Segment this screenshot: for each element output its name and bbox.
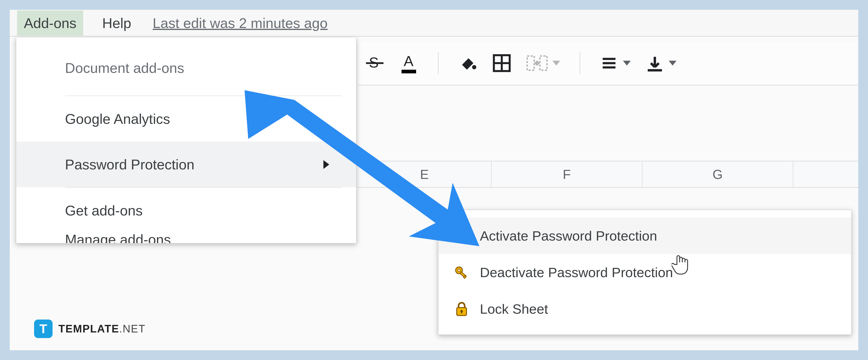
menu-item-password-protection[interactable]: Password Protection bbox=[16, 142, 356, 187]
password-protection-submenu: Activate Password Protection Deactivate … bbox=[438, 210, 852, 335]
horizontal-align-button[interactable] bbox=[599, 55, 631, 72]
chevron-down-icon bbox=[552, 61, 560, 65]
menu-help[interactable]: Help bbox=[95, 10, 138, 35]
svg-point-4 bbox=[472, 65, 476, 69]
addons-dropdown: Document add-ons Google Analytics Passwo… bbox=[16, 38, 356, 244]
chevron-down-icon bbox=[669, 61, 677, 65]
menubar: Add-ons Help Last edit was 2 minutes ago bbox=[10, 10, 858, 36]
key-icon bbox=[453, 264, 470, 281]
svg-rect-3 bbox=[402, 70, 416, 73]
submenu-item-label: Lock Sheet bbox=[480, 301, 548, 317]
menu-item-google-analytics[interactable]: Google Analytics bbox=[16, 96, 356, 142]
column-headers: E F G bbox=[358, 161, 858, 188]
toolbar-separator bbox=[438, 52, 438, 74]
watermark-text: TEMPLATE.NET bbox=[58, 323, 146, 335]
svg-rect-9 bbox=[540, 56, 547, 70]
menu-item-get-addons[interactable]: Get add-ons bbox=[16, 188, 356, 233]
borders-icon[interactable] bbox=[492, 53, 512, 73]
menu-item-label: Get add-ons bbox=[65, 202, 143, 219]
edit-status[interactable]: Last edit was 2 minutes ago bbox=[150, 15, 328, 31]
menu-item-label: Google Analytics bbox=[65, 111, 170, 127]
dropdown-section-header: Document add-ons bbox=[16, 38, 356, 95]
strikethrough-icon[interactable]: S bbox=[365, 53, 384, 73]
column-header-e[interactable]: E bbox=[358, 161, 492, 187]
svg-point-15 bbox=[458, 232, 460, 235]
toolbar: S A bbox=[358, 41, 858, 85]
fill-color-icon[interactable] bbox=[458, 53, 477, 73]
vertical-align-button[interactable] bbox=[645, 54, 677, 73]
submenu-item-deactivate[interactable]: Deactivate Password Protection bbox=[438, 254, 851, 290]
menu-item-label: Manage add-ons bbox=[65, 233, 171, 243]
watermark-badge: T bbox=[34, 320, 53, 338]
column-header-g[interactable]: G bbox=[643, 161, 793, 187]
watermark-light: .NET bbox=[119, 323, 146, 335]
submenu-item-label: Activate Password Protection bbox=[480, 228, 657, 244]
menu-item-manage-addons[interactable]: Manage add-ons bbox=[16, 233, 356, 243]
svg-point-19 bbox=[458, 269, 460, 272]
svg-rect-8 bbox=[527, 56, 534, 70]
cursor-hand-icon bbox=[672, 253, 689, 275]
lock-icon bbox=[453, 300, 470, 317]
submenu-item-lock-sheet[interactable]: Lock Sheet bbox=[438, 290, 851, 327]
submenu-arrow-icon bbox=[323, 160, 329, 169]
menu-addons[interactable]: Add-ons bbox=[17, 10, 83, 35]
svg-text:A: A bbox=[404, 53, 413, 69]
text-color-icon[interactable]: A bbox=[399, 53, 418, 73]
column-header-f[interactable]: F bbox=[492, 161, 643, 187]
merge-cells-button[interactable] bbox=[526, 55, 560, 72]
chevron-down-icon bbox=[623, 61, 631, 65]
watermark: T TEMPLATE.NET bbox=[34, 320, 146, 338]
svg-rect-24 bbox=[461, 311, 462, 313]
submenu-item-label: Deactivate Password Protection bbox=[480, 265, 673, 280]
submenu-item-activate[interactable]: Activate Password Protection bbox=[438, 217, 851, 254]
watermark-bold: TEMPLATE bbox=[58, 323, 119, 335]
key-icon bbox=[453, 227, 470, 244]
menu-item-label: Password Protection bbox=[65, 156, 194, 172]
toolbar-separator bbox=[580, 52, 580, 74]
